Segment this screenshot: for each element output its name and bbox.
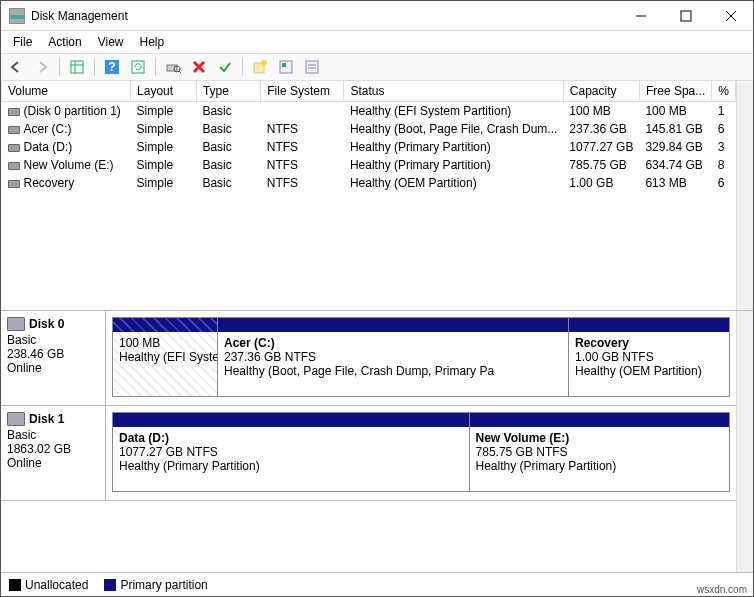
svg-line-12 [179, 71, 181, 73]
disk-icon [7, 317, 25, 331]
partition-size: 100 MB [119, 336, 211, 350]
menu-action[interactable]: Action [40, 33, 89, 51]
menubar: File Action View Help [1, 31, 753, 53]
cell-type: Basic [196, 102, 260, 121]
col-type[interactable]: Type [196, 81, 260, 102]
col-layout[interactable]: Layout [131, 81, 197, 102]
rescan-button[interactable] [162, 56, 184, 78]
volume-name: Data (D:) [24, 140, 73, 154]
cell-capacity: 100 MB [563, 102, 639, 121]
disk-1-label: Disk 1 [29, 412, 64, 426]
partition-data-d[interactable]: Data (D:) 1077.27 GB NTFS Healthy (Prima… [113, 413, 470, 491]
disk-1-status: Online [7, 456, 99, 470]
table-row[interactable]: Recovery Simple Basic NTFS Healthy (OEM … [2, 174, 736, 192]
table-row[interactable]: (Disk 0 partition 1) Simple Basic Health… [2, 102, 736, 121]
cell-fs [261, 102, 344, 121]
minimize-button[interactable] [618, 1, 663, 30]
disk-0-label: Disk 0 [29, 317, 64, 331]
cell-capacity: 785.75 GB [563, 156, 639, 174]
delete-button[interactable] [188, 56, 210, 78]
disk-map[interactable]: Disk 0 Basic 238.46 GB Online 100 MB Hea… [1, 311, 736, 572]
cell-free: 634.74 GB [639, 156, 711, 174]
cell-pct: 6 [712, 120, 736, 138]
view-list-button[interactable] [66, 56, 88, 78]
volume-list[interactable]: Volume Layout Type File System Status Ca… [1, 81, 736, 310]
forward-button[interactable] [31, 56, 53, 78]
table-row[interactable]: Acer (C:) Simple Basic NTFS Healthy (Boo… [2, 120, 736, 138]
properties-button[interactable] [275, 56, 297, 78]
disk-1-header[interactable]: Disk 1 Basic 1863.02 GB Online [1, 406, 106, 500]
table-row[interactable]: Data (D:) Simple Basic NTFS Healthy (Pri… [2, 138, 736, 156]
watermark: wsxdn.com [695, 584, 749, 595]
disk-0-header[interactable]: Disk 0 Basic 238.46 GB Online [1, 311, 106, 405]
settings-button[interactable] [301, 56, 323, 78]
svg-rect-1 [681, 11, 691, 21]
cell-capacity: 237.36 GB [563, 120, 639, 138]
help-button[interactable]: ? [101, 56, 123, 78]
partition-acer-c[interactable]: Acer (C:) 237.36 GB NTFS Healthy (Boot, … [218, 318, 569, 396]
col-capacity[interactable]: Capacity [563, 81, 639, 102]
titlebar[interactable]: Disk Management [1, 1, 753, 31]
col-volume[interactable]: Volume [2, 81, 131, 102]
new-partition-button[interactable] [249, 56, 271, 78]
partition-recovery[interactable]: Recovery 1.00 GB NTFS Healthy (OEM Parti… [569, 318, 729, 396]
volume-name: Recovery [24, 176, 75, 190]
legend-primary: Primary partition [104, 578, 207, 592]
svg-text:?: ? [108, 60, 115, 74]
menu-view[interactable]: View [90, 33, 132, 51]
table-row[interactable]: New Volume (E:) Simple Basic NTFS Health… [2, 156, 736, 174]
col-fs[interactable]: File System [261, 81, 344, 102]
cell-capacity: 1077.27 GB [563, 138, 639, 156]
table-header-row[interactable]: Volume Layout Type File System Status Ca… [2, 81, 736, 102]
cell-status: Healthy (EFI System Partition) [344, 102, 563, 121]
cell-fs: NTFS [261, 156, 344, 174]
partition-efi[interactable]: 100 MB Healthy (EFI System Partition) [113, 318, 218, 396]
cell-layout: Simple [131, 138, 197, 156]
menu-file[interactable]: File [5, 33, 40, 51]
partition-new-volume-e[interactable]: New Volume (E:) 785.75 GB NTFS Healthy (… [470, 413, 729, 491]
disk-0-type: Basic [7, 333, 99, 347]
diskmap-scrollbar[interactable] [736, 311, 753, 572]
toolbar: ? [1, 53, 753, 81]
menu-help[interactable]: Help [132, 33, 173, 51]
cell-fs: NTFS [261, 174, 344, 192]
partition-size: 237.36 GB NTFS [224, 350, 562, 364]
partition-name: New Volume (E:) [476, 431, 723, 445]
cell-layout: Simple [131, 174, 197, 192]
partition-size: 1077.27 GB NTFS [119, 445, 463, 459]
cell-layout: Simple [131, 156, 197, 174]
cell-capacity: 1.00 GB [563, 174, 639, 192]
col-pct[interactable]: % [712, 81, 736, 102]
cell-layout: Simple [131, 120, 197, 138]
svg-rect-19 [306, 61, 318, 73]
app-icon [9, 8, 25, 24]
volume-icon [8, 126, 20, 134]
disk-0-size: 238.46 GB [7, 347, 99, 361]
cell-status: Healthy (Boot, Page File, Crash Dum... [344, 120, 563, 138]
svg-point-16 [261, 60, 267, 66]
volume-name: Acer (C:) [24, 122, 72, 136]
svg-rect-4 [71, 61, 83, 73]
volume-icon [8, 144, 20, 152]
disk-management-window: Disk Management File Action View Help ? [0, 0, 754, 597]
cell-pct: 3 [712, 138, 736, 156]
refresh-button[interactable] [127, 56, 149, 78]
col-free[interactable]: Free Spa... [639, 81, 711, 102]
back-button[interactable] [5, 56, 27, 78]
apply-button[interactable] [214, 56, 236, 78]
partition-status: Healthy (Primary Partition) [119, 459, 463, 473]
disk-1-size: 1863.02 GB [7, 442, 99, 456]
legend: Unallocated Primary partition [1, 572, 753, 596]
cell-free: 329.84 GB [639, 138, 711, 156]
cell-status: Healthy (Primary Partition) [344, 138, 563, 156]
volume-scrollbar[interactable] [736, 81, 753, 310]
close-button[interactable] [708, 1, 753, 30]
disk-icon [7, 412, 25, 426]
volume-icon [8, 108, 20, 116]
cell-pct: 8 [712, 156, 736, 174]
cell-type: Basic [196, 174, 260, 192]
cell-fs: NTFS [261, 138, 344, 156]
maximize-button[interactable] [663, 1, 708, 30]
disk-row-0: Disk 0 Basic 238.46 GB Online 100 MB Hea… [1, 311, 736, 406]
col-status[interactable]: Status [344, 81, 563, 102]
